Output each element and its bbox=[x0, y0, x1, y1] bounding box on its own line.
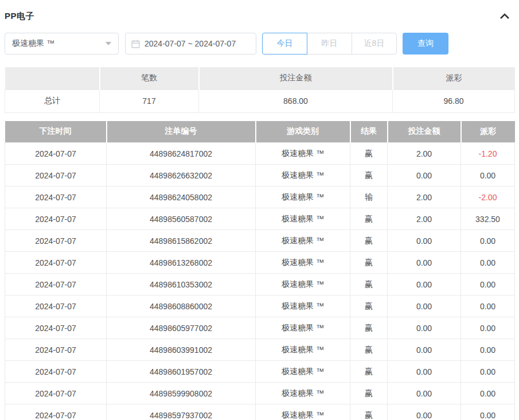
table-row: 2024-07-0744898624817002极速糖果 ™赢2.00-1.20 bbox=[5, 143, 515, 165]
cell-result: 赢 bbox=[350, 383, 388, 405]
cell-bet-id: 44898624058002 bbox=[107, 186, 256, 208]
cell-bet-amount: 0.00 bbox=[388, 295, 461, 317]
cell-result: 赢 bbox=[350, 274, 388, 295]
table-row: 2024-07-0744898608860002极速糖果 ™赢0.000.00 bbox=[5, 295, 515, 317]
summary-total-payout: 96.80 bbox=[393, 90, 515, 112]
header-bet-amount: 投注金额 bbox=[388, 121, 461, 143]
summary-total-count: 717 bbox=[100, 90, 199, 112]
cell-payout: 0.00 bbox=[461, 405, 515, 420]
table-row: 2024-07-0744898613268002极速糖果 ™赢0.000.00 bbox=[5, 252, 515, 274]
summary-header-blank bbox=[5, 67, 100, 90]
cell-bet-amount: 0.00 bbox=[388, 165, 461, 186]
cell-bet-amount: 0.00 bbox=[388, 230, 461, 252]
cell-payout: 0.00 bbox=[461, 230, 515, 252]
records-tbody: 2024-07-0744898624817002极速糖果 ™赢2.00-1.20… bbox=[5, 143, 515, 420]
cell-result: 输 bbox=[350, 186, 388, 208]
cell-bet-time: 2024-07-07 bbox=[5, 165, 107, 186]
cell-bet-time: 2024-07-07 bbox=[5, 405, 107, 420]
last-8-days-button[interactable]: 近8日 bbox=[352, 33, 397, 55]
pp-games-panel: PP电子 极速糖果 ™ 2024-07-07 ~ 2024-07-07 今日 昨… bbox=[0, 0, 519, 420]
header-result: 结果 bbox=[350, 121, 388, 143]
cell-game-type: 极速糖果 ™ bbox=[256, 186, 350, 208]
records-table: 下注时间 注单编号 游戏类别 结果 投注金额 派彩 2024-07-074489… bbox=[5, 121, 515, 420]
cell-bet-id: 44898597937002 bbox=[107, 405, 256, 420]
cell-bet-id: 44898610353002 bbox=[107, 274, 256, 295]
cell-bet-amount: 0.00 bbox=[388, 383, 461, 405]
cell-bet-id: 44898608860002 bbox=[107, 295, 256, 317]
cell-bet-time: 2024-07-07 bbox=[5, 317, 107, 339]
cell-game-type: 极速糖果 ™ bbox=[256, 165, 350, 186]
cell-bet-time: 2024-07-07 bbox=[5, 274, 107, 295]
cell-result: 赢 bbox=[350, 361, 388, 383]
records-header-row: 下注时间 注单编号 游戏类别 结果 投注金额 派彩 bbox=[5, 121, 515, 143]
cell-game-type: 极速糖果 ™ bbox=[256, 230, 350, 252]
today-button[interactable]: 今日 bbox=[262, 33, 307, 55]
cell-result: 赢 bbox=[350, 339, 388, 361]
filter-row: 极速糖果 ™ 2024-07-07 ~ 2024-07-07 今日 昨日 近8日… bbox=[5, 33, 514, 55]
cell-bet-amount: 0.00 bbox=[388, 361, 461, 383]
cell-bet-id: 44898599908002 bbox=[107, 383, 256, 405]
cell-bet-amount: 2.00 bbox=[388, 208, 461, 230]
yesterday-button[interactable]: 昨日 bbox=[307, 33, 352, 55]
date-range-value: 2024-07-07 ~ 2024-07-07 bbox=[145, 39, 236, 48]
cell-result: 赢 bbox=[350, 252, 388, 274]
summary-total-label: 总计 bbox=[5, 90, 100, 112]
cell-game-type: 极速糖果 ™ bbox=[256, 143, 350, 165]
quick-range-button-group: 今日 昨日 近8日 bbox=[262, 33, 397, 55]
cell-game-type: 极速糖果 ™ bbox=[256, 208, 350, 230]
date-range-input[interactable]: 2024-07-07 ~ 2024-07-07 bbox=[125, 33, 256, 55]
cell-bet-id: 44898603991002 bbox=[107, 339, 256, 361]
cell-bet-amount: 0.00 bbox=[388, 317, 461, 339]
cell-bet-time: 2024-07-07 bbox=[5, 361, 107, 383]
cell-game-type: 极速糖果 ™ bbox=[256, 295, 350, 317]
chevron-up-icon bbox=[500, 13, 509, 19]
cell-bet-time: 2024-07-07 bbox=[5, 339, 107, 361]
cell-bet-amount: 0.00 bbox=[388, 274, 461, 295]
cell-bet-amount: 0.00 bbox=[388, 405, 461, 420]
cell-payout: 0.00 bbox=[461, 295, 515, 317]
cell-bet-time: 2024-07-07 bbox=[5, 186, 107, 208]
cell-game-type: 极速糖果 ™ bbox=[256, 405, 350, 420]
summary-header-bet-amount: 投注金额 bbox=[199, 67, 393, 90]
cell-bet-amount: 0.00 bbox=[388, 339, 461, 361]
summary-total-row: 总计 717 868.00 96.80 bbox=[5, 90, 515, 112]
cell-game-type: 极速糖果 ™ bbox=[256, 317, 350, 339]
cell-bet-time: 2024-07-07 bbox=[5, 230, 107, 252]
cell-payout: 0.00 bbox=[461, 165, 515, 186]
cell-bet-id: 44898624817002 bbox=[107, 143, 256, 165]
cell-payout: 0.00 bbox=[461, 252, 515, 274]
table-row: 2024-07-0744898603991002极速糖果 ™赢0.000.00 bbox=[5, 339, 515, 361]
table-row: 2024-07-0744898599908002极速糖果 ™赢0.000.00 bbox=[5, 383, 515, 405]
cell-game-type: 极速糖果 ™ bbox=[256, 361, 350, 383]
cell-bet-time: 2024-07-07 bbox=[5, 143, 107, 165]
cell-bet-id: 44898615862002 bbox=[107, 230, 256, 252]
header-payout: 派彩 bbox=[461, 121, 515, 143]
game-select[interactable]: 极速糖果 ™ bbox=[5, 33, 119, 55]
cell-bet-id: 44898605977002 bbox=[107, 317, 256, 339]
cell-bet-amount: 0.00 bbox=[388, 252, 461, 274]
cell-bet-time: 2024-07-07 bbox=[5, 208, 107, 230]
summary-header-count: 笔数 bbox=[100, 67, 199, 90]
cell-bet-amount: 2.00 bbox=[388, 143, 461, 165]
query-button[interactable]: 查询 bbox=[403, 33, 448, 55]
cell-bet-amount: 2.00 bbox=[388, 186, 461, 208]
table-row: 2024-07-0744898615862002极速糖果 ™赢0.000.00 bbox=[5, 230, 515, 252]
cell-game-type: 极速糖果 ™ bbox=[256, 274, 350, 295]
summary-header-row: 笔数 投注金额 派彩 bbox=[5, 67, 515, 90]
collapse-button[interactable] bbox=[498, 10, 511, 22]
cell-payout: -2.00 bbox=[461, 186, 515, 208]
header-game-type: 游戏类别 bbox=[256, 121, 350, 143]
game-select-value: 极速糖果 ™ bbox=[12, 38, 54, 49]
table-row: 2024-07-0744898597937002极速糖果 ™赢0.000.00 bbox=[5, 405, 515, 420]
cell-result: 赢 bbox=[350, 143, 388, 165]
cell-result: 赢 bbox=[350, 208, 388, 230]
cell-payout: 0.00 bbox=[461, 317, 515, 339]
cell-bet-id: 44898626632002 bbox=[107, 165, 256, 186]
cell-result: 赢 bbox=[350, 230, 388, 252]
cell-payout: 0.00 bbox=[461, 361, 515, 383]
summary-header-payout: 派彩 bbox=[393, 67, 515, 90]
cell-bet-id: 44898613268002 bbox=[107, 252, 256, 274]
cell-result: 赢 bbox=[350, 405, 388, 420]
cell-payout: 332.50 bbox=[461, 208, 515, 230]
table-row: 2024-07-0744898626632002极速糖果 ™赢0.000.00 bbox=[5, 165, 515, 186]
